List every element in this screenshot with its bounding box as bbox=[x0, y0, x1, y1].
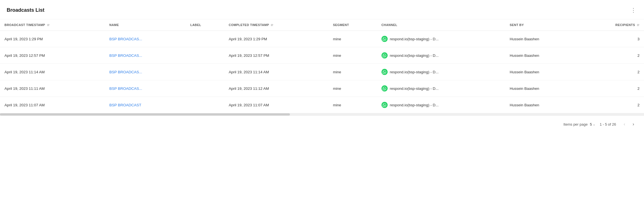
cell-name[interactable]: BSP BROADCAS... bbox=[105, 80, 186, 97]
col-channel: CHANNEL bbox=[377, 19, 505, 31]
cell-sent-by: Hussein Baashen bbox=[505, 80, 580, 97]
broadcast-name-link[interactable]: BSP BROADCAS... bbox=[109, 37, 142, 41]
cell-label bbox=[186, 47, 224, 64]
cell-completed-timestamp: April 19, 2023 12:57 PM bbox=[224, 47, 328, 64]
per-page-dropdown[interactable]: 5 ⌄ bbox=[590, 122, 595, 126]
cell-recipients: 3 bbox=[580, 31, 644, 47]
whatsapp-icon bbox=[381, 36, 388, 42]
cell-recipients: 2 bbox=[580, 47, 644, 64]
per-page-value: 5 bbox=[590, 122, 592, 126]
broadcast-name-link[interactable]: BSP BROADCAS... bbox=[109, 86, 142, 91]
next-page-button[interactable]: › bbox=[629, 120, 637, 128]
col-segment: SEGMENT bbox=[328, 19, 377, 31]
col-sent-by: SENT BY bbox=[505, 19, 580, 31]
cell-channel: respond.io(bsp-staging) - D... bbox=[377, 80, 505, 97]
channel-name: respond.io(bsp-staging) - D... bbox=[390, 37, 439, 41]
horizontal-scrollbar[interactable] bbox=[0, 113, 644, 116]
broadcast-name-link[interactable]: BSP BROADCAS... bbox=[109, 53, 142, 58]
cell-sent-by: Hussein Baashen bbox=[505, 64, 580, 80]
table-row: April 19, 2023 11:11 AMBSP BROADCAS...Ap… bbox=[0, 80, 644, 97]
pagination-controls: ‹ › bbox=[621, 120, 637, 128]
channel-cell-inner: respond.io(bsp-staging) - D... bbox=[381, 52, 501, 58]
sort-icon-recipients bbox=[637, 24, 640, 26]
whatsapp-icon bbox=[381, 85, 388, 91]
channel-cell-inner: respond.io(bsp-staging) - D... bbox=[381, 85, 501, 91]
channel-name: respond.io(bsp-staging) - D... bbox=[390, 103, 439, 107]
table-row: April 19, 2023 1:29 PMBSP BROADCAS...Apr… bbox=[0, 31, 644, 47]
table-footer: Items per page 5 ⌄ 1 - 5 of 26 ‹ › bbox=[0, 116, 644, 133]
cell-channel: respond.io(bsp-staging) - D... bbox=[377, 97, 505, 113]
sort-icon-completed-timestamp bbox=[271, 24, 273, 26]
cell-segment: mine bbox=[328, 80, 377, 97]
broadcasts-table: BROADCAST TIMESTAMP bbox=[0, 19, 644, 113]
cell-broadcast-timestamp: April 19, 2023 11:07 AM bbox=[0, 97, 105, 113]
items-per-page-control: Items per page 5 ⌄ bbox=[564, 122, 595, 126]
page-header: Broadcasts List ⋮ bbox=[0, 0, 644, 19]
cell-broadcast-timestamp: April 19, 2023 11:14 AM bbox=[0, 64, 105, 80]
prev-page-button[interactable]: ‹ bbox=[621, 120, 628, 128]
cell-segment: mine bbox=[328, 47, 377, 64]
items-per-page-label: Items per page bbox=[564, 122, 588, 126]
cell-completed-timestamp: April 19, 2023 11:07 AM bbox=[224, 97, 328, 113]
cell-name[interactable]: BSP BROADCAST bbox=[105, 97, 186, 113]
cell-sent-by: Hussein Baashen bbox=[505, 47, 580, 64]
channel-name: respond.io(bsp-staging) - D... bbox=[390, 70, 439, 74]
cell-broadcast-timestamp: April 19, 2023 11:11 AM bbox=[0, 80, 105, 97]
table-row: April 19, 2023 11:14 AMBSP BROADCAS...Ap… bbox=[0, 64, 644, 80]
cell-label bbox=[186, 80, 224, 97]
chevron-down-icon: ⌄ bbox=[593, 123, 595, 126]
cell-segment: mine bbox=[328, 97, 377, 113]
scrollbar-thumb[interactable] bbox=[0, 113, 290, 116]
cell-segment: mine bbox=[328, 64, 377, 80]
cell-label bbox=[186, 31, 224, 47]
sort-icon-broadcast-timestamp bbox=[47, 24, 50, 26]
cell-segment: mine bbox=[328, 31, 377, 47]
cell-channel: respond.io(bsp-staging) - D... bbox=[377, 47, 505, 64]
whatsapp-icon bbox=[381, 102, 388, 108]
cell-channel: respond.io(bsp-staging) - D... bbox=[377, 31, 505, 47]
channel-cell-inner: respond.io(bsp-staging) - D... bbox=[381, 102, 501, 108]
col-label: LABEL bbox=[186, 19, 224, 31]
cell-name[interactable]: BSP BROADCAS... bbox=[105, 64, 186, 80]
col-recipients[interactable]: RECIPIENTS bbox=[580, 19, 644, 31]
table-header-row: BROADCAST TIMESTAMP bbox=[0, 19, 644, 31]
table-row: April 19, 2023 11:07 AMBSP BROADCASTApri… bbox=[0, 97, 644, 113]
cell-label bbox=[186, 97, 224, 113]
cell-completed-timestamp: April 19, 2023 11:12 AM bbox=[224, 80, 328, 97]
whatsapp-icon bbox=[381, 69, 388, 75]
broadcast-name-link[interactable]: BSP BROADCAS... bbox=[109, 70, 142, 74]
cell-completed-timestamp: April 19, 2023 1:29 PM bbox=[224, 31, 328, 47]
table-row: April 19, 2023 12:57 PMBSP BROADCAS...Ap… bbox=[0, 47, 644, 64]
cell-channel: respond.io(bsp-staging) - D... bbox=[377, 64, 505, 80]
cell-label bbox=[186, 64, 224, 80]
more-options-icon[interactable]: ⋮ bbox=[629, 6, 637, 15]
channel-name: respond.io(bsp-staging) - D... bbox=[390, 53, 439, 58]
cell-broadcast-timestamp: April 19, 2023 12:57 PM bbox=[0, 47, 105, 64]
channel-cell-inner: respond.io(bsp-staging) - D... bbox=[381, 36, 501, 42]
channel-cell-inner: respond.io(bsp-staging) - D... bbox=[381, 69, 501, 75]
page-title: Broadcasts List bbox=[7, 7, 44, 13]
cell-recipients: 2 bbox=[580, 64, 644, 80]
broadcasts-list-page: Broadcasts List ⋮ BROADCAST TIMESTAMP bbox=[0, 0, 644, 202]
cell-name[interactable]: BSP BROADCAS... bbox=[105, 31, 186, 47]
cell-sent-by: Hussein Baashen bbox=[505, 31, 580, 47]
cell-broadcast-timestamp: April 19, 2023 1:29 PM bbox=[0, 31, 105, 47]
whatsapp-icon bbox=[381, 52, 388, 58]
channel-name: respond.io(bsp-staging) - D... bbox=[390, 86, 439, 91]
page-range-info: 1 - 5 of 26 bbox=[600, 122, 616, 126]
col-name: NAME bbox=[105, 19, 186, 31]
cell-completed-timestamp: April 19, 2023 11:14 AM bbox=[224, 64, 328, 80]
cell-sent-by: Hussein Baashen bbox=[505, 97, 580, 113]
cell-name[interactable]: BSP BROADCAS... bbox=[105, 47, 186, 64]
cell-recipients: 2 bbox=[580, 97, 644, 113]
broadcasts-table-container: BROADCAST TIMESTAMP bbox=[0, 19, 644, 113]
col-broadcast-timestamp[interactable]: BROADCAST TIMESTAMP bbox=[0, 19, 105, 31]
cell-recipients: 2 bbox=[580, 80, 644, 97]
broadcast-name-link[interactable]: BSP BROADCAST bbox=[109, 103, 142, 107]
col-completed-timestamp[interactable]: COMPLETED TIMESTAMP bbox=[224, 19, 328, 31]
